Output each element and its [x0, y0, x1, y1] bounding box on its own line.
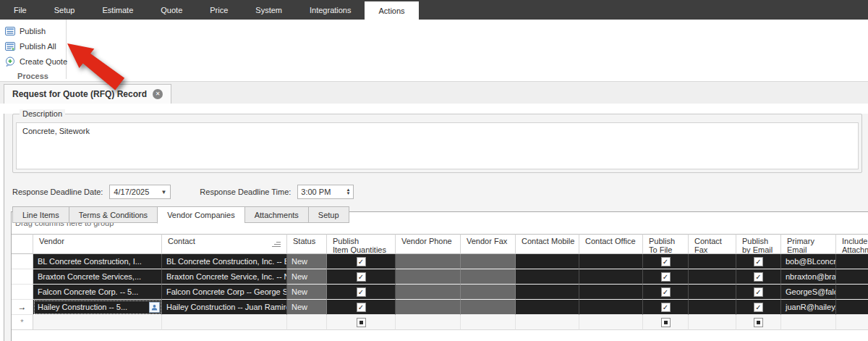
checkbox-checked-icon[interactable]	[661, 257, 671, 266]
contact-cell[interactable]: Falcon Concrete Corp -- George Starling	[162, 285, 287, 300]
checkbox-checked-icon[interactable]	[754, 272, 763, 282]
vendor-phone-cell[interactable]	[396, 300, 461, 315]
checkbox-checked-icon[interactable]	[754, 287, 763, 297]
vendor-cell[interactable]: Braxton Concrete Services,...	[33, 269, 162, 285]
checkbox-checked-icon[interactable]	[754, 303, 763, 312]
status-cell[interactable]: New	[287, 269, 327, 285]
menu-setup[interactable]: Setup	[41, 0, 89, 20]
contact-office-cell[interactable]	[579, 254, 643, 269]
column-header-publish-item-quantities[interactable]: Publish Item Quantities	[327, 234, 396, 254]
new-row-contact-cell[interactable]	[162, 315, 287, 330]
checkbox-checked-icon[interactable]	[661, 272, 671, 282]
tab-setup[interactable]: Setup	[308, 206, 349, 223]
column-header-primary-email[interactable]: Primary Email	[781, 234, 836, 254]
contact-office-cell[interactable]	[579, 285, 643, 300]
tab-attachments[interactable]: Attachments	[244, 206, 308, 223]
create-quote-button[interactable]: Create Quote	[0, 54, 66, 69]
new-row-include-attachments-cell[interactable]	[836, 315, 868, 330]
publish-by-email-cell[interactable]	[736, 300, 781, 315]
primary-email-cell[interactable]: GeorgeS@falco...	[781, 285, 836, 300]
vendor-phone-cell[interactable]	[396, 285, 461, 300]
contact-fax-cell[interactable]	[689, 254, 736, 269]
primary-email-cell[interactable]: bob@BLconcret...	[781, 254, 836, 269]
checkbox-checked-icon[interactable]	[661, 287, 671, 297]
new-row-vendor-fax-cell[interactable]	[461, 315, 516, 330]
menu-estimate[interactable]: Estimate	[88, 0, 147, 20]
vendor-phone-cell[interactable]	[396, 254, 461, 269]
contact-mobile-cell[interactable]	[516, 269, 579, 285]
column-header-include-attachments[interactable]: Include Attachments	[836, 234, 868, 254]
vendor-phone-cell[interactable]	[396, 269, 461, 285]
contact-cell[interactable]: Braxton Concrete Service, Inc. -- Nicole…	[162, 269, 287, 285]
column-header-vendor-phone[interactable]: Vendor Phone	[396, 234, 461, 254]
vendor-cell[interactable]: Falcon Concrete Corp. -- 5...	[33, 285, 162, 300]
new-row-publish-item-quantities-cell[interactable]	[327, 315, 396, 330]
publish-item-quantities-cell[interactable]	[327, 269, 396, 285]
close-icon[interactable]: ✕	[153, 89, 163, 99]
description-input[interactable]: Concrete, Sitework	[16, 122, 859, 169]
tab-line-items[interactable]: Line Items	[12, 206, 69, 223]
vendor-fax-cell[interactable]	[461, 269, 516, 285]
spinner-up-down-icon[interactable]: ▲▼	[346, 188, 350, 195]
menu-actions[interactable]: Actions	[365, 1, 418, 20]
contact-mobile-cell[interactable]	[516, 285, 579, 300]
checkbox-checked-icon[interactable]	[661, 303, 671, 312]
checkbox-indeterminate-icon[interactable]	[357, 318, 366, 327]
contact-cell[interactable]: BL Concrete Construction, Inc. -- Bob Pa…	[162, 254, 287, 269]
publish-by-email-cell[interactable]	[736, 254, 781, 269]
contact-mobile-cell[interactable]	[516, 300, 579, 315]
vendor-fax-cell[interactable]	[461, 285, 516, 300]
column-header-publish-by-email[interactable]: Publish by Email	[736, 234, 781, 254]
new-row-publish-by-email-cell[interactable]	[736, 315, 781, 330]
primary-email-cell[interactable]: juanR@hailey.c...	[781, 300, 836, 315]
chevron-down-icon[interactable]: ▼	[161, 189, 166, 195]
include-attachments-cell[interactable]	[836, 300, 868, 315]
new-row-primary-email-cell[interactable]	[781, 315, 836, 330]
publish-item-quantities-cell[interactable]	[327, 300, 396, 315]
tab-terms-conditions[interactable]: Terms & Conditions	[69, 206, 157, 223]
checkbox-checked-icon[interactable]	[357, 287, 366, 297]
column-header-contact-office[interactable]: Contact Office	[579, 234, 643, 254]
publish-to-file-cell[interactable]	[643, 300, 689, 315]
checkbox-checked-icon[interactable]	[754, 257, 763, 266]
new-row-contact-fax-cell[interactable]	[689, 315, 736, 330]
vendor-fax-cell[interactable]	[461, 254, 516, 269]
publish-to-file-cell[interactable]	[643, 285, 689, 300]
vendor-cell[interactable]: BL Concrete Construction, I...	[33, 254, 162, 269]
checkbox-checked-icon[interactable]	[357, 272, 366, 282]
checkbox-checked-icon[interactable]	[357, 303, 366, 312]
menu-quote[interactable]: Quote	[147, 0, 196, 20]
publish-button[interactable]: Publish	[0, 23, 66, 38]
tab-rfq-record[interactable]: Request for Quote (RFQ) Record ✕	[4, 84, 171, 104]
primary-email-cell[interactable]: nbraxton@brax...	[781, 269, 836, 285]
column-header-contact-fax[interactable]: Contact Fax	[689, 234, 736, 254]
deadline-date-combo[interactable]: 4/17/2025 ▼	[109, 185, 171, 199]
status-cell[interactable]: New	[287, 254, 327, 269]
contact-mobile-cell[interactable]	[516, 254, 579, 269]
deadline-time-spinner[interactable]: 3:00 PM ▲▼	[297, 185, 354, 199]
include-attachments-cell[interactable]	[836, 285, 868, 300]
publish-item-quantities-cell[interactable]	[327, 254, 396, 269]
column-header-contact[interactable]: Contact	[162, 234, 287, 254]
publish-to-file-cell[interactable]	[643, 269, 689, 285]
contact-fax-cell[interactable]	[689, 300, 736, 315]
new-row-publish-to-file-cell[interactable]	[643, 315, 689, 330]
new-row-contact-office-cell[interactable]	[579, 315, 643, 330]
contact-cell[interactable]: Hailey Construction -- Juan Ramirez	[162, 300, 287, 315]
contact-fax-cell[interactable]	[689, 285, 736, 300]
menu-price[interactable]: Price	[196, 0, 242, 20]
vendor-fax-cell[interactable]	[461, 300, 516, 315]
publish-by-email-cell[interactable]	[736, 269, 781, 285]
checkbox-indeterminate-icon[interactable]	[661, 318, 671, 327]
column-header-vendor-fax[interactable]: Vendor Fax	[461, 234, 516, 254]
new-row-contact-mobile-cell[interactable]	[516, 315, 579, 330]
column-header-publish-to-file[interactable]: Publish To File	[643, 234, 689, 254]
publish-item-quantities-cell[interactable]	[327, 285, 396, 300]
new-row-status-cell[interactable]	[287, 315, 327, 330]
vendor-cell-focused[interactable]: Hailey Construction -- 5...	[33, 300, 162, 315]
menu-file[interactable]: File	[0, 0, 41, 20]
new-row-vendor-phone-cell[interactable]	[396, 315, 461, 330]
contact-fax-cell[interactable]	[689, 269, 736, 285]
menu-integrations[interactable]: Integrations	[296, 0, 365, 20]
contact-office-cell[interactable]	[579, 300, 643, 315]
